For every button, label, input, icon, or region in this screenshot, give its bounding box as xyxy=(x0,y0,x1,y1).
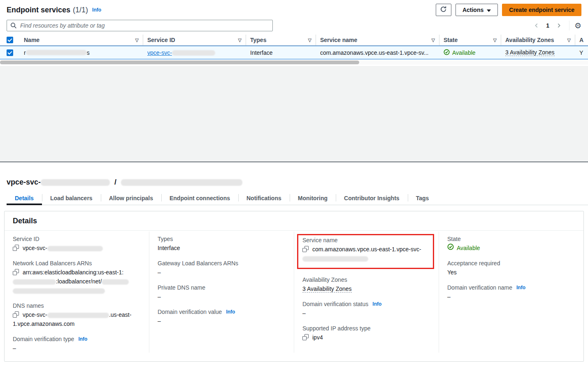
column-header-availability-zones[interactable]: Availability Zones ▽ xyxy=(501,35,575,45)
column-header-acceptance[interactable]: A xyxy=(575,35,588,45)
redacted-arn-line xyxy=(13,288,105,294)
ip-address-type-value: ipv4 xyxy=(302,333,429,342)
domain-verification-status-label: Domain verification status Info xyxy=(302,301,429,307)
tab-allow-principals[interactable]: Allow principals xyxy=(101,192,161,205)
column-header-state[interactable]: State ▽ xyxy=(439,35,501,45)
details-card-body: Service ID vpce-svc- Network Load Balanc… xyxy=(5,231,583,357)
copy-icon[interactable] xyxy=(13,245,19,251)
service-id-label: Service ID xyxy=(13,236,139,242)
redacted-lb-name xyxy=(102,279,129,285)
state-value: Available xyxy=(447,243,574,253)
nlb-arns-value: arn:aws:elasticloadbalancing:us-east-1::… xyxy=(13,268,139,295)
glb-arns-value: – xyxy=(158,268,284,277)
copy-icon[interactable] xyxy=(302,246,309,252)
column-header-service-name[interactable]: Service name ▽ xyxy=(316,35,439,45)
next-page-button[interactable] xyxy=(553,20,564,31)
nlb-arns-label: Network Load Balancers ARNs xyxy=(13,260,139,267)
details-card: Details Service ID vpce-svc- Network Loa… xyxy=(4,211,584,362)
availability-zones-label: Availability Zones xyxy=(302,276,429,283)
select-all-checkbox-cell xyxy=(0,35,20,45)
state-label: State xyxy=(447,236,574,242)
search-icon xyxy=(10,22,17,30)
tab-monitoring[interactable]: Monitoring xyxy=(290,192,336,205)
domain-verification-value-info-link[interactable]: Info xyxy=(226,309,235,315)
horizontal-scrollbar-thumb[interactable] xyxy=(0,61,359,64)
search-input[interactable] xyxy=(7,20,273,31)
endpoint-services-section: Endpoint services (1/1) Info Actions Cre… xyxy=(0,0,588,66)
private-dns-name-label: Private DNS name xyxy=(158,284,284,291)
availability-zones-value: 3 Availability Zones xyxy=(302,284,429,293)
private-dns-name-value: – xyxy=(158,292,284,301)
sort-icon-state[interactable]: ▽ xyxy=(491,37,497,43)
column-header-types[interactable]: Types ▽ xyxy=(246,35,316,45)
copy-icon[interactable] xyxy=(302,334,309,340)
previous-page-button[interactable] xyxy=(531,20,542,31)
availability-zones-detail-link[interactable]: 3 Availability Zones xyxy=(302,285,352,292)
tab-endpoint-connections[interactable]: Endpoint connections xyxy=(161,192,238,205)
domain-verification-type-info-link[interactable]: Info xyxy=(78,336,87,342)
types-label: Types xyxy=(158,236,284,242)
page-info-link[interactable]: Info xyxy=(92,7,101,13)
state-badge: Available xyxy=(444,49,476,56)
detail-tabs: Details Load balancers Allow principals … xyxy=(7,192,588,205)
actions-button[interactable]: Actions xyxy=(456,4,498,16)
pagination: 1 ⚙ xyxy=(531,20,581,31)
sort-icon-name[interactable]: ▽ xyxy=(133,37,139,43)
glb-arns-label: Gateway Load Balancers ARNs xyxy=(158,260,284,267)
service-id-value: vpce-svc- xyxy=(13,243,139,253)
chevron-down-icon xyxy=(487,7,491,13)
types-value: Interface xyxy=(158,243,284,253)
row-checkbox-cell xyxy=(0,49,20,56)
row-name-cell: r s xyxy=(20,49,143,56)
sort-icon-service-name[interactable]: ▽ xyxy=(429,37,435,43)
domain-verification-name-label: Domain verification name Info xyxy=(447,284,574,291)
table-row[interactable]: r s vpce-svc- Interface com.amazonaws.vp… xyxy=(0,46,588,59)
select-all-checkbox[interactable] xyxy=(7,37,13,43)
domain-verification-type-label: Domain verification type Info xyxy=(13,336,139,342)
acceptance-required-value: Yes xyxy=(447,268,574,277)
row-service-name-cell: com.amazonaws.vpce.us-east-1.vpce-sv... xyxy=(316,49,439,56)
resource-count: (1/1) xyxy=(73,6,88,14)
horizontal-scrollbar xyxy=(0,60,588,65)
dns-names-value: vpce-svc-.us-east-1.vpce.amazonaws.com xyxy=(13,310,139,328)
create-endpoint-service-button[interactable]: Create endpoint service xyxy=(502,4,581,16)
details-column-3: Service name com.amazonaws.vpce.us-east-… xyxy=(294,232,439,353)
search-box xyxy=(7,20,273,31)
aws-console-screen: Endpoint services (1/1) Info Actions Cre… xyxy=(0,0,588,365)
tab-load-balancers[interactable]: Load balancers xyxy=(42,192,101,205)
tab-notifications[interactable]: Notifications xyxy=(238,192,290,205)
column-header-name[interactable]: Name ▽ xyxy=(20,35,143,45)
sort-icon-availability-zones[interactable]: ▽ xyxy=(565,37,571,43)
redacted-title-id xyxy=(41,179,110,186)
details-column-1: Service ID vpce-svc- Network Load Balanc… xyxy=(5,232,149,353)
refresh-button[interactable] xyxy=(436,4,451,16)
row-service-id-cell: vpce-svc- xyxy=(143,49,246,56)
sort-icon-service-id[interactable]: ▽ xyxy=(236,37,242,43)
column-header-service-id[interactable]: Service ID ▽ xyxy=(143,35,246,45)
sort-icon-types[interactable]: ▽ xyxy=(306,37,311,43)
domain-verification-value-value: – xyxy=(158,316,284,325)
tab-details[interactable]: Details xyxy=(7,192,42,205)
details-column-2: Types Interface Gateway Load Balancers A… xyxy=(149,232,294,353)
settings-gear-icon[interactable]: ⚙ xyxy=(574,22,581,30)
header-actions: Actions Create endpoint service xyxy=(436,4,581,16)
actions-button-label: Actions xyxy=(462,7,483,13)
tab-contributor-insights[interactable]: Contributor Insights xyxy=(336,192,408,205)
domain-verification-name-info-link[interactable]: Info xyxy=(516,285,525,290)
service-name-label: Service name xyxy=(302,237,429,243)
page-number[interactable]: 1 xyxy=(544,22,552,29)
copy-icon[interactable] xyxy=(13,269,19,275)
row-availability-zones-cell: 3 Availability Zones xyxy=(501,49,575,56)
service-id-link[interactable]: vpce-svc- xyxy=(147,49,215,56)
redacted-title-name xyxy=(121,179,242,186)
availability-zones-link[interactable]: 3 Availability Zones xyxy=(505,49,555,56)
annotation-red-box: Service name com.amazonaws.vpce.us-east-… xyxy=(297,234,434,269)
dns-names-label: DNS names xyxy=(13,302,139,309)
copy-icon[interactable] xyxy=(13,311,19,318)
tab-tags[interactable]: Tags xyxy=(408,192,437,205)
row-checkbox[interactable] xyxy=(7,49,13,56)
domain-verification-status-value: – xyxy=(302,309,429,318)
check-circle-icon xyxy=(447,243,454,253)
redacted-name xyxy=(26,50,87,55)
domain-verification-status-info-link[interactable]: Info xyxy=(372,301,381,307)
